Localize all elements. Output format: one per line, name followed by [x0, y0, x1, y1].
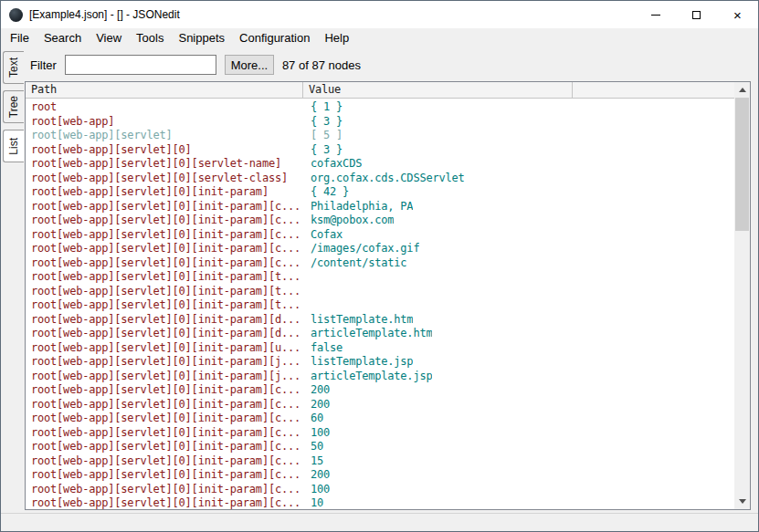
row-value: /images/cofax.gif [304, 242, 419, 256]
row-value: false [304, 341, 343, 356]
tab-text[interactable]: Text [3, 51, 24, 84]
row-value: listTemplate.jsp [304, 355, 413, 370]
row-value: 15 [304, 454, 323, 469]
row-value: { 3 } [304, 143, 343, 158]
maximize-button[interactable] [676, 1, 717, 28]
row-path: root[web-app][servlet][0][init-param][c.… [26, 496, 304, 510]
table-row[interactable]: root[web-app][servlet][0][init-param][c.… [26, 496, 750, 510]
table-row[interactable]: root[web-app][servlet][0][init-param][c.… [26, 200, 750, 214]
table-row[interactable]: root[web-app]{ 3 } [26, 115, 750, 130]
table-row[interactable]: root[web-app][servlet][ 5 ] [26, 129, 750, 143]
row-path: root[web-app][servlet][0][init-param][c.… [26, 242, 304, 256]
table-row[interactable]: root[web-app][servlet][0][init-param][c.… [26, 242, 750, 256]
row-value: 60 [304, 412, 323, 426]
table-row[interactable]: root[web-app][servlet][0][init-param][c.… [26, 454, 750, 469]
table-row[interactable]: root[web-app][servlet][0][init-param][u.… [26, 341, 750, 356]
row-value [304, 298, 311, 313]
row-path: root[web-app][servlet][0] [26, 143, 304, 158]
view-tab-strip: Text Tree List [1, 48, 25, 513]
row-path: root[web-app][servlet][0][init-param][d.… [26, 313, 304, 328]
row-path: root[web-app][servlet][0][init-param][c.… [26, 256, 304, 271]
column-header-value[interactable]: Value [303, 82, 573, 98]
app-icon [9, 8, 23, 22]
tab-list[interactable]: List [3, 130, 24, 162]
table-row[interactable]: root[web-app][servlet][0][init-param][c.… [26, 468, 750, 483]
row-value: 200 [304, 468, 330, 483]
menu-configuration[interactable]: Configuration [232, 28, 317, 48]
maximize-icon [692, 11, 701, 19]
minimize-button[interactable] [635, 1, 676, 28]
row-value: articleTemplate.jsp [304, 370, 432, 384]
row-path: root[web-app][servlet][0][init-param][c.… [26, 483, 304, 497]
column-header-path[interactable]: Path [26, 82, 303, 98]
row-value: 200 [304, 398, 330, 412]
column-header-empty[interactable] [573, 82, 750, 98]
scroll-down-button[interactable] [734, 494, 750, 509]
table-row[interactable]: root[web-app][servlet][0][init-param][d.… [26, 327, 750, 341]
table-row[interactable]: root{ 1 } [26, 100, 750, 115]
table-row[interactable]: root[web-app][servlet][0][init-param][c.… [26, 398, 750, 412]
table-row[interactable]: root[web-app][servlet][0][init-param][c.… [26, 426, 750, 441]
row-value: { 42 } [304, 185, 349, 200]
row-value: 200 [304, 383, 330, 398]
menu-view[interactable]: View [89, 28, 129, 48]
row-path: root[web-app][servlet][0][init-param][c.… [26, 440, 304, 454]
row-value: ksm@pobox.com [304, 214, 394, 228]
filter-input[interactable] [65, 55, 216, 75]
title-bar: [Example4.json] - [] - JSONedit × [1, 1, 758, 28]
row-path: root[web-app][servlet][0][servlet-name] [26, 157, 304, 172]
scroll-up-button[interactable] [734, 82, 750, 98]
row-value: /content/static [304, 256, 406, 271]
table-row[interactable]: root[web-app][servlet][0][init-param][c.… [26, 412, 750, 426]
row-value: org.cofax.cds.CDSServlet [304, 172, 465, 186]
vertical-scrollbar[interactable] [734, 82, 750, 509]
table-row[interactable]: root[web-app][servlet][0]{ 3 } [26, 143, 750, 158]
row-path: root[web-app][servlet][0][init-param][t.… [26, 270, 304, 285]
scrollbar-thumb[interactable] [735, 98, 749, 231]
row-value: 10 [304, 496, 323, 510]
table-row[interactable]: root[web-app][servlet][0][init-param][t.… [26, 298, 750, 313]
tab-list-label: List [7, 138, 20, 155]
table-row[interactable]: root[web-app][servlet][0][init-param][t.… [26, 285, 750, 299]
menu-file[interactable]: File [3, 28, 37, 48]
row-path: root[web-app][servlet][0][init-param][c.… [26, 426, 304, 441]
row-path: root[web-app][servlet][0][init-param][c.… [26, 454, 304, 469]
row-value: cofaxCDS [304, 157, 362, 172]
table-row[interactable]: root[web-app][servlet][0][servlet-name]c… [26, 157, 750, 172]
json-list-view: Path Value root{ 1 }root[web-app]{ 3 }ro… [25, 81, 751, 510]
row-value: [ 5 ] [304, 129, 343, 143]
table-row[interactable]: root[web-app][servlet][0][servlet-class]… [26, 172, 750, 186]
table-body: root{ 1 }root[web-app]{ 3 }root[web-app]… [26, 99, 750, 510]
more-button[interactable]: More... [225, 55, 274, 75]
table-row[interactable]: root[web-app][servlet][0][init-param][c.… [26, 383, 750, 398]
menu-help[interactable]: Help [317, 28, 356, 48]
table-row[interactable]: root[web-app][servlet][0][init-param][c.… [26, 228, 750, 243]
table-row[interactable]: root[web-app][servlet][0][init-param][d.… [26, 313, 750, 328]
row-value: Philadelphia, PA [304, 200, 413, 214]
close-button[interactable]: × [717, 1, 758, 28]
table-row[interactable]: root[web-app][servlet][0][init-param][j.… [26, 355, 750, 370]
table-row[interactable]: root[web-app][servlet][0][init-param][c.… [26, 440, 750, 454]
table-row[interactable]: root[web-app][servlet][0][init-param][c.… [26, 256, 750, 271]
table-row[interactable]: root[web-app][servlet][0][init-param][t.… [26, 270, 750, 285]
arrow-down-icon [739, 499, 746, 504]
row-path: root[web-app][servlet] [26, 129, 304, 143]
menu-snippets[interactable]: Snippets [171, 28, 232, 48]
row-value: articleTemplate.htm [304, 327, 432, 341]
list-header: Path Value [26, 82, 750, 99]
minimize-icon [651, 15, 660, 16]
filter-bar: Filter More... 87 of 87 nodes [25, 48, 751, 81]
row-value: 50 [304, 440, 323, 454]
row-path: root[web-app][servlet][0][init-param][c.… [26, 214, 304, 228]
close-icon: × [733, 8, 742, 22]
tab-tree[interactable]: Tree [3, 90, 24, 123]
menu-tools[interactable]: Tools [129, 28, 171, 48]
table-row[interactable]: root[web-app][servlet][0][init-param]{ 4… [26, 185, 750, 200]
table-row[interactable]: root[web-app][servlet][0][init-param][c.… [26, 483, 750, 497]
tab-text-label: Text [7, 57, 20, 78]
row-path: root[web-app][servlet][0][init-param][c.… [26, 228, 304, 243]
table-row[interactable]: root[web-app][servlet][0][init-param][c.… [26, 214, 750, 228]
menu-search[interactable]: Search [37, 28, 89, 48]
table-row[interactable]: root[web-app][servlet][0][init-param][j.… [26, 370, 750, 384]
filter-label: Filter [30, 58, 57, 72]
